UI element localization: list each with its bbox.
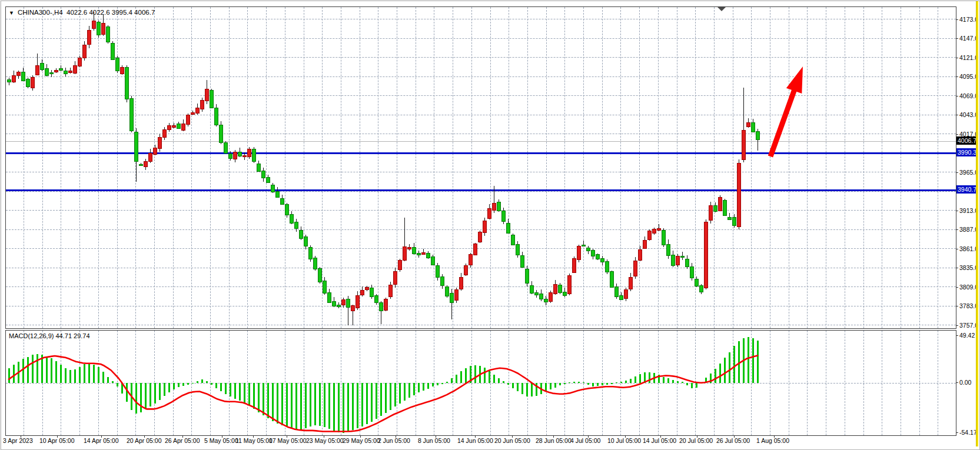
macd-bar <box>733 346 735 383</box>
macd-tick <box>956 335 958 336</box>
macd-bar <box>705 378 707 384</box>
macd-bar <box>131 383 132 410</box>
grid-vline <box>826 7 826 328</box>
macd-bar <box>616 382 617 383</box>
grid-vline <box>546 7 547 328</box>
macd-bar <box>263 383 264 415</box>
support-resistance-line-2[interactable] <box>6 189 956 191</box>
macd-bar <box>347 383 349 432</box>
macd-bar <box>724 358 726 383</box>
macd-bar <box>550 383 552 389</box>
macd-bar <box>168 383 170 392</box>
price-tick <box>956 115 958 115</box>
macd-bar <box>376 383 377 419</box>
macd-bar <box>201 379 203 383</box>
macd-bar <box>503 381 504 383</box>
macd-bar <box>507 383 509 385</box>
macd-bar <box>719 364 721 383</box>
macd-bar <box>474 365 476 383</box>
macd-bar <box>197 381 198 384</box>
macd-bar <box>154 383 156 404</box>
grid-vline <box>677 7 677 328</box>
macd-bar <box>682 382 683 383</box>
macd-bar <box>493 375 495 383</box>
macd-tick <box>956 382 958 383</box>
macd-bar <box>277 383 278 424</box>
macd-bar <box>456 375 457 383</box>
chart-shift-marker[interactable] <box>717 7 726 11</box>
time-axis[interactable]: 3 Apr 202310 Apr 05:0014 Apr 05:0020 Apr… <box>1 435 956 446</box>
grid-vline <box>471 7 472 328</box>
macd-panel[interactable]: MACD(12,26,9) 44.71 29.74 <box>5 330 956 436</box>
grid-vline <box>191 7 192 328</box>
macd-bar <box>470 366 471 383</box>
macd-bar <box>573 382 575 384</box>
symbol-dropdown-icon[interactable]: ▼ <box>9 10 14 16</box>
trend-arrow[interactable] <box>6 7 956 328</box>
macd-bar <box>710 374 712 383</box>
grid-hline <box>6 306 956 306</box>
price-tick <box>956 19 958 20</box>
macd-bar <box>512 383 514 388</box>
grid-hline <box>6 325 956 325</box>
grid-vline <box>304 7 304 328</box>
price-tick <box>956 76 958 77</box>
macd-bar <box>752 338 754 383</box>
macd-bar <box>366 383 368 424</box>
macd-bar <box>84 364 85 383</box>
grid-vline <box>416 7 416 328</box>
macd-bar <box>13 365 15 383</box>
macd-bar <box>606 383 608 385</box>
grid-vline <box>490 7 491 328</box>
time-axis-label: 10 Apr 05:00 <box>39 437 75 444</box>
macd-bar <box>540 383 542 394</box>
grid-hline <box>6 38 956 39</box>
grid-vline <box>938 7 938 328</box>
grid-vline <box>360 7 360 328</box>
macd-bar <box>281 383 283 425</box>
time-axis-label: 3 Apr 2023 <box>3 437 33 444</box>
grid-vline <box>845 7 845 328</box>
macd-bar <box>46 356 48 383</box>
grid-vline <box>789 7 789 328</box>
macd-bar <box>102 372 104 383</box>
macd-bar <box>357 383 358 428</box>
macd-bar <box>748 337 749 383</box>
macd-bar <box>517 383 519 391</box>
window-edge-highlight <box>976 1 978 446</box>
macd-bar <box>531 383 533 396</box>
macd-bar <box>60 365 62 383</box>
macd-bar <box>135 383 137 414</box>
macd-bar <box>587 383 589 385</box>
price-tick <box>956 249 958 249</box>
grid-vline <box>98 7 99 328</box>
macd-bar <box>319 383 321 426</box>
grid-vline <box>210 7 211 328</box>
grid-vline <box>658 7 659 328</box>
grid-vline <box>285 7 285 328</box>
macd-bar <box>578 382 580 384</box>
macd-bar <box>333 383 335 431</box>
macd-bar <box>291 383 293 429</box>
macd-bar <box>569 382 570 383</box>
macd-bar <box>230 383 231 396</box>
price-chart-panel[interactable]: ▼CHINA300-,H4 4022.6 4022.6 3995.4 4006.… <box>5 6 956 329</box>
macd-bar <box>672 380 674 383</box>
grid-vline <box>564 7 565 328</box>
time-axis-label: 29 May 05:00 <box>343 437 380 444</box>
price-tick <box>956 287 958 288</box>
time-axis-label: 14 Jul 05:00 <box>643 437 676 444</box>
grid-vline <box>341 7 341 328</box>
bid-price-line <box>6 141 956 142</box>
macd-bar <box>65 368 67 383</box>
chart-title: ▼CHINA300-,H4 4022.6 4022.6 3995.4 4006.… <box>9 9 155 16</box>
grid-hline <box>6 172 956 172</box>
macd-bar <box>338 383 340 432</box>
macd-bar <box>620 382 622 384</box>
macd-bar <box>79 367 81 384</box>
macd-bar <box>324 383 325 427</box>
macd-bar <box>286 383 288 427</box>
grid-hline <box>6 210 956 211</box>
grid-hline <box>6 95 956 96</box>
grid-hline <box>6 19 956 19</box>
